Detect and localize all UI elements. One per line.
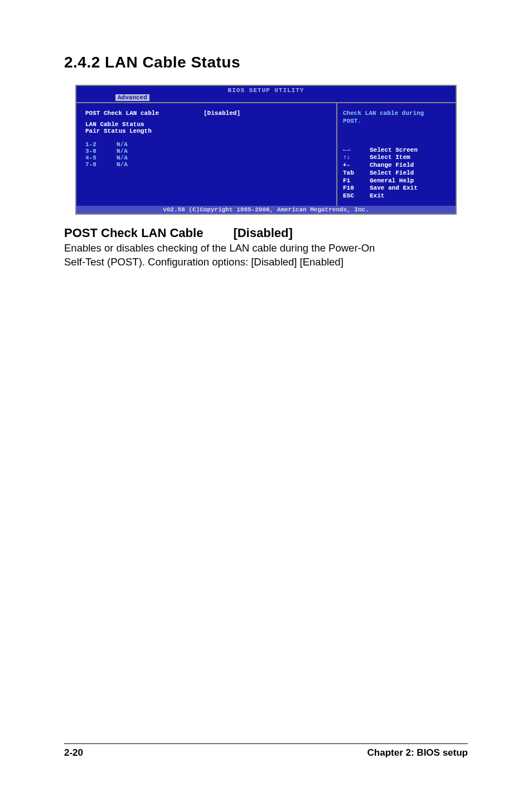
key-name: F10	[343, 185, 370, 192]
bios-subhead-2: Pair Status Length	[85, 128, 327, 134]
key-desc: Select Field	[370, 170, 414, 177]
bios-body: POST Check LAN cable [Disabled] LAN Cabl…	[76, 102, 456, 206]
bios-help-text: Check LAN cable during POST.	[343, 110, 450, 125]
key-desc: Select Item	[370, 154, 410, 162]
subsection: POST Check LAN Cable[Disabled] Enables o…	[64, 226, 468, 269]
section-heading: 2.4.2 LAN Cable Status	[64, 54, 468, 71]
status-cell: N/A	[117, 161, 128, 168]
status-cell: N/A	[117, 148, 128, 154]
status-cell: N/A	[117, 141, 128, 148]
bios-copyright: v02.58 (C)Copyright 1985-2006, American …	[76, 206, 456, 214]
key-name: +-	[343, 162, 370, 170]
key-desc: General Help	[370, 177, 414, 185]
body-line: Self-Test (POST). Configuration options:…	[64, 255, 468, 269]
bios-setting-label: POST Check LAN cable	[85, 110, 204, 117]
subsection-body: Enables or disables checking of the LAN …	[64, 241, 468, 269]
key-name: F1	[343, 177, 370, 185]
table-row: 3-6 N/A	[85, 148, 327, 154]
chapter-title: Chapter 2: BIOS setup	[367, 747, 468, 758]
pair-cell: 7-8	[85, 161, 104, 168]
bios-tabs: Advanced	[76, 94, 456, 102]
key-name: ↑↓	[343, 154, 370, 162]
body-line: Enables or disables checking of the LAN …	[64, 241, 468, 255]
status-cell: N/A	[117, 154, 128, 161]
key-name: ESC	[343, 192, 370, 200]
pair-cell: 4-5	[85, 154, 104, 161]
page-footer: 2-20 Chapter 2: BIOS setup	[64, 743, 468, 758]
help-line: Check LAN cable during	[343, 110, 450, 118]
key-desc: Select Screen	[370, 147, 418, 154]
key-desc: Change Field	[370, 162, 414, 170]
pair-cell: 3-6	[85, 148, 104, 154]
key-row: +- Change Field	[343, 162, 450, 170]
table-row: 4-5 N/A	[85, 154, 327, 161]
key-row: F10 Save and Exit	[343, 185, 450, 192]
key-desc: Exit	[370, 192, 384, 200]
bios-setting-row: POST Check LAN cable [Disabled]	[85, 110, 327, 117]
bios-screenshot: BIOS SETUP UTILITY Advanced POST Check L…	[75, 85, 457, 215]
key-row: ←→ Select Screen	[343, 147, 450, 154]
help-line: POST.	[343, 118, 450, 125]
bios-subhead-1: LAN Cable Status	[85, 121, 327, 128]
subsection-heading-left: POST Check LAN Cable	[64, 226, 203, 240]
bios-left-pane: POST Check LAN cable [Disabled] LAN Cabl…	[76, 103, 337, 206]
bios-right-pane: Check LAN cable during POST. ←→ Select S…	[337, 103, 456, 206]
bios-title: BIOS SETUP UTILITY	[76, 86, 456, 94]
key-row: F1 General Help	[343, 177, 450, 185]
bios-tab-advanced: Advanced	[115, 94, 149, 101]
key-row: ESC Exit	[343, 192, 450, 200]
pair-cell: 1-2	[85, 141, 104, 148]
key-row: ↑↓ Select Item	[343, 154, 450, 162]
subsection-heading: POST Check LAN Cable[Disabled]	[64, 226, 468, 240]
bios-status-table: 1-2 N/A 3-6 N/A 4-5 N/A 7-8 N/A	[85, 141, 327, 168]
key-desc: Save and Exit	[370, 185, 418, 192]
key-row: Tab Select Field	[343, 170, 450, 177]
key-name: Tab	[343, 170, 370, 177]
bios-key-hints: ←→ Select Screen ↑↓ Select Item +- Chang…	[343, 147, 450, 200]
table-row: 1-2 N/A	[85, 141, 327, 148]
page-number: 2-20	[64, 747, 83, 758]
bios-setting-value: [Disabled]	[204, 110, 240, 117]
table-row: 7-8 N/A	[85, 161, 327, 168]
key-name: ←→	[343, 147, 370, 154]
subsection-heading-right: [Disabled]	[233, 226, 292, 240]
